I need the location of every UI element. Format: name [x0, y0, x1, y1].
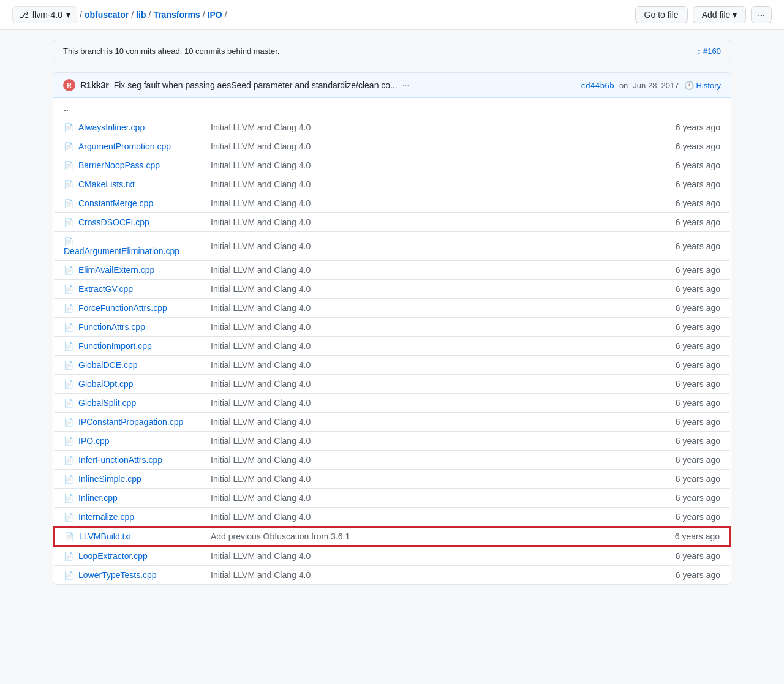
file-icon: 📄: [64, 437, 74, 446]
commit-dots[interactable]: ···: [402, 80, 410, 90]
parent-dir-row: ..: [54, 98, 730, 118]
commit-message-cell: Initial LLVM and Clang 4.0: [201, 375, 650, 394]
parent-dir-link[interactable]: ..: [54, 98, 730, 118]
file-name[interactable]: IPO.cpp: [78, 436, 110, 446]
branch-info-text: This branch is 10 commits ahead, 10 comm…: [63, 47, 279, 56]
table-row: 📄ForceFunctionAttrs.cppInitial LLVM and …: [54, 299, 730, 318]
breadcrumb: ⎇ llvm-4.0 ▾ / obfuscator / lib / Transf…: [12, 6, 227, 23]
file-icon: 📄: [64, 494, 74, 503]
table-row: 📄FunctionAttrs.cppInitial LLVM and Clang…: [54, 318, 730, 337]
file-name[interactable]: ForceFunctionAttrs.cpp: [78, 303, 167, 313]
file-name[interactable]: DeadArgumentElimination.cpp: [64, 246, 179, 256]
file-name[interactable]: ElimAvailExtern.cpp: [78, 265, 154, 275]
file-name[interactable]: GlobalOpt.cpp: [78, 379, 134, 389]
file-time: 6 years ago: [650, 194, 730, 213]
breadcrumb-obfuscator[interactable]: obfuscator: [85, 10, 129, 20]
file-name[interactable]: FunctionAttrs.cpp: [78, 322, 145, 332]
breadcrumb-transforms[interactable]: Transforms: [153, 10, 200, 20]
file-time: 6 years ago: [650, 451, 730, 470]
table-row: 📄InlineSimple.cppInitial LLVM and Clang …: [54, 470, 730, 489]
commit-info: R R1kk3r Fix seg fault when passing aesS…: [63, 79, 409, 91]
file-time: 6 years ago: [650, 337, 730, 356]
branch-selector[interactable]: ⎇ llvm-4.0 ▾: [12, 6, 77, 23]
file-name[interactable]: Internalize.cpp: [78, 512, 134, 522]
branch-info-bar: This branch is 10 commits ahead, 10 comm…: [53, 40, 731, 62]
file-name[interactable]: FunctionImport.cpp: [78, 341, 152, 351]
file-name[interactable]: Inliner.cpp: [78, 493, 118, 503]
table-row: 📄CMakeLists.txtInitial LLVM and Clang 4.…: [54, 175, 730, 194]
commit-on: on: [619, 81, 628, 90]
file-time: 6 years ago: [650, 375, 730, 394]
commit-message-cell: Initial LLVM and Clang 4.0: [201, 508, 650, 527]
file-time: 6 years ago: [650, 432, 730, 451]
table-row: 📄IPConstantPropagation.cppInitial LLVM a…: [54, 413, 730, 432]
table-row: 📄LLVMBuild.txtAdd previous Obfuscation f…: [54, 527, 730, 546]
commit-message-cell: Initial LLVM and Clang 4.0: [201, 156, 650, 175]
file-icon: 📄: [64, 237, 74, 246]
file-time: 6 years ago: [650, 261, 730, 280]
table-row: 📄AlwaysInliner.cppInitial LLVM and Clang…: [54, 118, 730, 137]
file-name[interactable]: ConstantMerge.cpp: [78, 198, 153, 208]
table-row: 📄Inliner.cppInitial LLVM and Clang 4.06 …: [54, 489, 730, 508]
add-file-button[interactable]: Add file ▾: [693, 6, 747, 23]
file-name[interactable]: LoopExtractor.cpp: [78, 551, 148, 561]
commit-message-cell: Initial LLVM and Clang 4.0: [201, 470, 650, 489]
table-row: 📄GlobalSplit.cppInitial LLVM and Clang 4…: [54, 394, 730, 413]
main-content: This branch is 10 commits ahead, 10 comm…: [43, 40, 741, 585]
file-time: 6 years ago: [650, 318, 730, 337]
add-file-label: Add file: [702, 10, 731, 20]
top-actions: Go to file Add file ▾ ···: [635, 6, 772, 23]
file-icon: 📄: [64, 323, 74, 332]
breadcrumb-separator: /: [225, 10, 227, 20]
commit-message-cell: Initial LLVM and Clang 4.0: [201, 318, 650, 337]
commit-message-cell: Initial LLVM and Clang 4.0: [201, 394, 650, 413]
commit-date: Jun 28, 2017: [633, 81, 679, 90]
file-time: 6 years ago: [650, 156, 730, 175]
file-name[interactable]: LowerTypeTests.cpp: [78, 570, 157, 580]
commit-hash[interactable]: cd44b6b: [581, 81, 614, 90]
file-time: 6 years ago: [650, 175, 730, 194]
history-link[interactable]: 🕐 History: [684, 81, 721, 90]
file-name[interactable]: InferFunctionAttrs.cpp: [78, 455, 162, 465]
table-row: 📄CrossDSOCFI.cppInitial LLVM and Clang 4…: [54, 213, 730, 232]
commit-message-cell: Initial LLVM and Clang 4.0: [201, 356, 650, 375]
branch-label: llvm-4.0: [32, 10, 62, 20]
table-row: 📄InferFunctionAttrs.cppInitial LLVM and …: [54, 451, 730, 470]
file-name[interactable]: BarrierNoopPass.cpp: [78, 160, 160, 170]
go-to-file-button[interactable]: Go to file: [635, 6, 688, 23]
table-row: 📄ArgumentPromotion.cppInitial LLVM and C…: [54, 137, 730, 156]
file-time: 6 years ago: [650, 470, 730, 489]
commit-message-cell: Add previous Obfuscation from 3.6.1: [201, 527, 650, 546]
breadcrumb-lib[interactable]: lib: [136, 10, 146, 20]
breadcrumb-separator: /: [203, 10, 205, 20]
file-name[interactable]: GlobalDCE.cpp: [78, 360, 138, 370]
avatar: R: [63, 79, 75, 91]
file-name[interactable]: CMakeLists.txt: [78, 179, 135, 189]
behind-count[interactable]: 10 commits behind: [184, 47, 251, 56]
table-row: 📄IPO.cppInitial LLVM and Clang 4.06 year…: [54, 432, 730, 451]
commit-message-author[interactable]: R1kk3r: [80, 80, 109, 90]
breadcrumb-ipo[interactable]: IPO: [208, 10, 222, 20]
file-name[interactable]: ExtractGV.cpp: [78, 284, 133, 294]
file-icon: 📄: [64, 161, 74, 170]
chevron-down-icon: ▾: [66, 10, 70, 20]
file-name[interactable]: LLVMBuild.txt: [79, 532, 131, 541]
more-options-button[interactable]: ···: [751, 6, 772, 23]
history-label: History: [696, 81, 721, 90]
file-name[interactable]: AlwaysInliner.cpp: [78, 122, 145, 132]
file-name[interactable]: ArgumentPromotion.cpp: [78, 141, 171, 151]
file-icon: 📄: [64, 342, 74, 351]
table-row: 📄DeadArgumentElimination.cppInitial LLVM…: [54, 232, 730, 261]
file-icon: 📄: [64, 285, 74, 294]
ahead-count[interactable]: 10 commits ahead,: [115, 47, 183, 56]
file-browser: R R1kk3r Fix seg fault when passing aesS…: [53, 72, 731, 585]
file-name[interactable]: IPConstantPropagation.cpp: [78, 417, 183, 427]
file-name[interactable]: CrossDSOCFI.cpp: [78, 217, 149, 227]
pr-link[interactable]: ↕ #160: [697, 47, 721, 56]
commit-message-cell: Initial LLVM and Clang 4.0: [201, 232, 650, 261]
file-time: 6 years ago: [650, 118, 730, 137]
file-name[interactable]: InlineSimple.cpp: [78, 474, 141, 484]
file-icon: 📄: [64, 180, 74, 189]
table-row: 📄ConstantMerge.cppInitial LLVM and Clang…: [54, 194, 730, 213]
file-name[interactable]: GlobalSplit.cpp: [78, 398, 136, 408]
